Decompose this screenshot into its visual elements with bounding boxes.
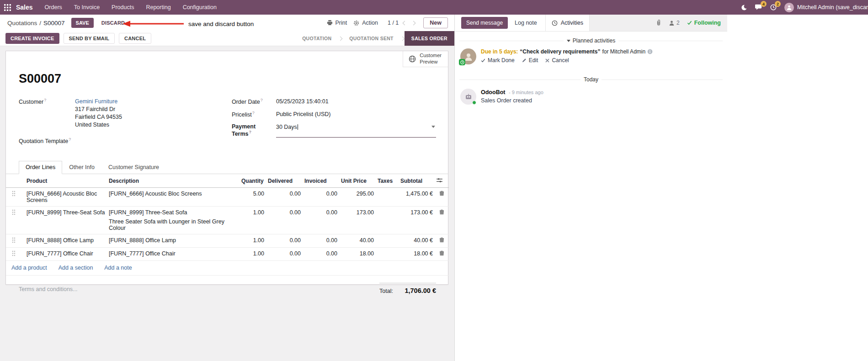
menu-products[interactable]: Products bbox=[112, 4, 134, 11]
followers-button[interactable]: 2 bbox=[669, 20, 680, 26]
log-note-button[interactable]: Log note bbox=[510, 17, 542, 29]
cell-invoiced[interactable]: 0.00 bbox=[303, 187, 339, 206]
cancel-order-button[interactable]: CANCEL bbox=[119, 33, 151, 44]
terms-and-conditions-placeholder[interactable]: Terms and conditions... bbox=[19, 283, 379, 292]
collapse-caret-icon[interactable] bbox=[567, 40, 570, 42]
col-taxes[interactable]: Taxes bbox=[376, 174, 399, 188]
cell-unit-price[interactable]: 18.00 bbox=[339, 247, 376, 260]
cell-quantity[interactable]: 1.00 bbox=[240, 247, 266, 260]
add-a-note-link[interactable]: Add a note bbox=[104, 265, 132, 271]
col-unit-price[interactable]: Unit Price bbox=[339, 174, 376, 188]
info-icon[interactable] bbox=[647, 49, 653, 54]
menu-configuration[interactable]: Configuration bbox=[183, 4, 217, 11]
create-invoice-button[interactable]: CREATE INVOICE bbox=[5, 33, 59, 44]
cell-invoiced[interactable]: 0.00 bbox=[303, 247, 339, 260]
save-button[interactable]: SAVE bbox=[71, 18, 94, 28]
cell-quantity[interactable]: 1.00 bbox=[240, 234, 266, 247]
apps-grid-icon[interactable] bbox=[4, 4, 11, 11]
order-line-row[interactable]: [FURN_8999] Three-Seat Sofa [FURN_8999] … bbox=[6, 206, 449, 234]
drag-handle-icon[interactable] bbox=[12, 191, 16, 196]
col-description[interactable]: Description bbox=[107, 174, 240, 188]
optional-columns-icon[interactable] bbox=[435, 174, 449, 188]
stage-sales-order[interactable]: SALES ORDER bbox=[405, 31, 454, 46]
app-name[interactable]: Sales bbox=[16, 4, 33, 11]
following-toggle[interactable]: Following bbox=[687, 20, 721, 26]
cell-description[interactable]: [FURN_8999] Three-Seat Sofa Three Seater… bbox=[107, 206, 240, 234]
cell-taxes[interactable] bbox=[376, 187, 399, 206]
cancel-activity-button[interactable]: Cancel bbox=[545, 57, 569, 64]
pager-next-icon[interactable] bbox=[409, 21, 418, 26]
tab-order-lines[interactable]: Order Lines bbox=[19, 161, 62, 174]
dark-mode-moon-icon[interactable] bbox=[741, 5, 747, 11]
cell-delivered[interactable]: 0.00 bbox=[266, 234, 303, 247]
menu-reporting[interactable]: Reporting bbox=[146, 4, 170, 11]
tab-customer-signature[interactable]: Customer Signature bbox=[101, 161, 166, 174]
message-author[interactable]: OdooBot bbox=[481, 89, 505, 96]
menu-to-invoice[interactable]: To Invoice bbox=[74, 4, 100, 11]
payment-terms-input[interactable]: 30 Days bbox=[276, 123, 436, 137]
drag-handle-icon[interactable] bbox=[12, 209, 16, 215]
delete-row-icon[interactable] bbox=[439, 209, 444, 215]
col-product[interactable]: Product bbox=[21, 174, 107, 188]
col-subtotal[interactable]: Subtotal bbox=[399, 174, 435, 188]
breadcrumb-quotations[interactable]: Quotations bbox=[7, 20, 37, 27]
cell-product[interactable]: [FURN_7777] Office Chair bbox=[21, 247, 107, 260]
order-line-row[interactable]: [FURN_8888] Office Lamp [FURN_8888] Offi… bbox=[6, 234, 449, 247]
mark-done-button[interactable]: Mark Done bbox=[481, 57, 515, 64]
print-button[interactable]: Print bbox=[324, 18, 351, 28]
add-a-product-link[interactable]: Add a product bbox=[11, 265, 47, 271]
user-menu[interactable]: Mitchell Admin (save_discar bbox=[784, 3, 868, 12]
dropdown-caret-icon[interactable] bbox=[431, 126, 435, 128]
order-date-value[interactable]: 05/25/2023 15:40:01 bbox=[276, 98, 329, 106]
cell-quantity[interactable]: 5.00 bbox=[240, 187, 266, 206]
cell-unit-price[interactable]: 40.00 bbox=[339, 234, 376, 247]
order-line-row[interactable]: [FURN_6666] Acoustic Bloc Screens [FURN_… bbox=[6, 187, 449, 206]
planned-activities-header[interactable]: Planned activities bbox=[459, 37, 723, 44]
new-button[interactable]: New bbox=[423, 17, 448, 28]
cell-delivered[interactable]: 0.00 bbox=[266, 206, 303, 234]
cell-invoiced[interactable]: 0.00 bbox=[303, 206, 339, 234]
drag-handle-icon[interactable] bbox=[12, 250, 16, 256]
pager-previous-icon[interactable] bbox=[400, 21, 409, 26]
pricelist-value[interactable]: Public Pricelist (USD) bbox=[276, 111, 330, 118]
menu-orders[interactable]: Orders bbox=[45, 4, 62, 11]
stage-quotation[interactable]: QUOTATION bbox=[295, 31, 338, 46]
cell-product[interactable]: [FURN_8999] Three-Seat Sofa bbox=[21, 206, 107, 234]
cell-delivered[interactable]: 0.00 bbox=[266, 247, 303, 260]
stage-quotation-sent[interactable]: QUOTATION SENT bbox=[342, 31, 400, 46]
activities-clock-icon[interactable]: 2 bbox=[770, 4, 777, 11]
cell-description[interactable]: [FURN_6666] Acoustic Bloc Screens bbox=[107, 187, 240, 206]
customer-preview-button[interactable]: Customer Preview bbox=[403, 51, 448, 67]
cell-taxes[interactable] bbox=[376, 234, 399, 247]
send-message-button[interactable]: Send message bbox=[461, 17, 508, 29]
cell-taxes[interactable] bbox=[376, 247, 399, 260]
col-delivered[interactable]: Delivered bbox=[266, 174, 303, 188]
delete-row-icon[interactable] bbox=[439, 250, 444, 256]
add-a-section-link[interactable]: Add a section bbox=[59, 265, 93, 271]
delete-row-icon[interactable] bbox=[439, 237, 444, 243]
cell-delivered[interactable]: 0.00 bbox=[266, 187, 303, 206]
delete-row-icon[interactable] bbox=[439, 191, 444, 196]
cell-taxes[interactable] bbox=[376, 206, 399, 234]
col-invoiced[interactable]: Invoiced bbox=[303, 174, 339, 188]
discard-button[interactable]: DISCARD bbox=[98, 18, 129, 28]
drag-handle-icon[interactable] bbox=[12, 237, 16, 243]
activities-tab[interactable]: Activities bbox=[546, 15, 590, 31]
attachments-icon[interactable] bbox=[656, 20, 661, 26]
edit-activity-button[interactable]: Edit bbox=[522, 57, 538, 64]
cell-product[interactable]: [FURN_8888] Office Lamp bbox=[21, 234, 107, 247]
cell-description[interactable]: [FURN_7777] Office Chair bbox=[107, 247, 240, 260]
tab-other-info[interactable]: Other Info bbox=[62, 161, 101, 174]
cell-description[interactable]: [FURN_8888] Office Lamp bbox=[107, 234, 240, 247]
cell-unit-price[interactable]: 173.00 bbox=[339, 206, 376, 234]
cell-product[interactable]: [FURN_6666] Acoustic Bloc Screens bbox=[21, 187, 107, 206]
cell-invoiced[interactable]: 0.00 bbox=[303, 234, 339, 247]
send-by-email-button[interactable]: SEND BY EMAIL bbox=[64, 33, 115, 44]
action-button[interactable]: Action bbox=[350, 18, 381, 28]
col-quantity[interactable]: Quantity bbox=[240, 174, 266, 188]
cell-quantity[interactable]: 1.00 bbox=[240, 206, 266, 234]
customer-link[interactable]: Gemini Furniture bbox=[75, 98, 117, 105]
order-line-row[interactable]: [FURN_7777] Office Chair [FURN_7777] Off… bbox=[6, 247, 449, 260]
cell-unit-price[interactable]: 295.00 bbox=[339, 187, 376, 206]
messages-icon[interactable]: 4 bbox=[755, 4, 762, 11]
